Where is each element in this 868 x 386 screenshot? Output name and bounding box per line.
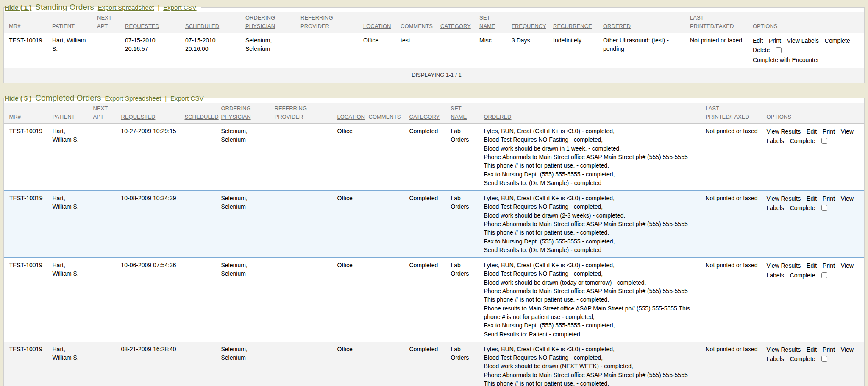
edit-link[interactable]: Edit [807, 262, 817, 269]
print-link[interactable]: Print [823, 128, 835, 135]
cell-comments [367, 124, 408, 191]
cell-last-printed-faxed: Not printed or faxed [688, 33, 751, 68]
cell-requested: 10-27-2009 10:29:15 [120, 124, 183, 191]
complete-link[interactable]: Complete [790, 137, 815, 144]
cell-location: Office [336, 124, 367, 191]
edit-link[interactable]: Edit [753, 37, 763, 44]
cell-recurrence: Indefinitely [551, 33, 601, 68]
completed-orders-title: Completed Orders [35, 93, 101, 103]
view-results-link[interactable]: View Results [767, 128, 801, 135]
col-header-set-name[interactable]: SET NAME [449, 103, 482, 124]
cell-ordering-physician: Selenium, Selenium [220, 258, 273, 342]
print-link[interactable]: Print [823, 195, 835, 202]
col-header-frequency[interactable]: FREQUENCY [510, 12, 551, 33]
completed-header-row: MR# PATIENT NEXT APT REQUESTED SCHEDULED… [4, 103, 864, 124]
cell-category: Completed [408, 124, 449, 191]
col-header-last-printed-faxed: LAST PRINTED/FAXED [688, 12, 751, 33]
cell-category: Completed [408, 191, 449, 258]
col-header-comments: COMMENTS [399, 12, 439, 33]
cell-mr: TEST-10019 [4, 124, 51, 191]
complete-checkbox[interactable] [821, 205, 827, 211]
delete-link[interactable]: Delete [753, 47, 770, 53]
col-header-category[interactable]: CATEGORY [439, 12, 478, 33]
col-header-scheduled[interactable]: SCHEDULED [183, 103, 220, 124]
complete-link[interactable]: Complete [790, 355, 815, 362]
cell-mr: TEST-10019 [4, 33, 50, 68]
cell-set-name: Lab Orders [449, 258, 482, 342]
edit-link[interactable]: Edit [807, 346, 817, 353]
cell-last-printed-faxed: Not printed or faxed [704, 258, 765, 342]
print-link[interactable]: Print [823, 346, 835, 353]
completed-hide-link[interactable]: Hide ( 5 ) [5, 95, 31, 102]
cell-requested: 07-15-2010 20:16:57 [123, 33, 184, 68]
cell-location: Office [336, 191, 367, 258]
col-header-requested[interactable]: REQUESTED [120, 103, 183, 124]
col-header-ordering-physician[interactable]: ORDERING PHYSICIAN [220, 103, 273, 124]
standing-hide-link[interactable]: Hide ( 1 ) [5, 4, 31, 11]
cell-frequency: 3 Days [510, 33, 551, 68]
cell-last-printed-faxed: Not printed or faxed [704, 342, 765, 386]
cell-mr: TEST-10019 [4, 258, 51, 342]
cell-next-apt [95, 33, 123, 68]
col-header-location[interactable]: LOCATION [362, 12, 399, 33]
cell-referring-provider [273, 342, 336, 386]
complete-link[interactable]: Complete [825, 37, 850, 44]
cell-ordering-physician: Selenium, Selenium [220, 191, 273, 258]
cell-ordered: Lytes, BUN, Creat (Call if K+ is <3.0) -… [482, 191, 704, 258]
cell-options: View Results Edit Print View Labels Comp… [765, 342, 864, 386]
table-row: TEST-10019 Hart, William S. 10-27-2009 1… [4, 124, 864, 191]
complete-with-encounter-link[interactable]: Complete with Encounter [753, 56, 819, 63]
cell-location: Office [336, 342, 367, 386]
cell-ordered: Other Ultrasound: (test) - pending [601, 33, 688, 68]
standing-export-csv-link[interactable]: Export CSV [163, 4, 196, 11]
cell-scheduled [183, 191, 220, 258]
view-results-link[interactable]: View Results [767, 346, 801, 353]
view-results-link[interactable]: View Results [767, 195, 801, 202]
edit-link[interactable]: Edit [807, 195, 817, 202]
cell-ordering-physician: Selenium, Selenium [220, 342, 273, 386]
col-header-set-name[interactable]: SET NAME [478, 12, 510, 33]
col-header-category[interactable]: CATEGORY [408, 103, 449, 124]
cell-comments [367, 191, 408, 258]
cell-scheduled [183, 258, 220, 342]
cell-ordering-physician: Selenium, Selenium [220, 124, 273, 191]
view-results-link[interactable]: View Results [767, 262, 801, 269]
cell-patient: Hart, William S. [51, 124, 92, 191]
standing-paging-status: DISPLAYING 1-1 / 1 [4, 68, 864, 83]
col-header-scheduled[interactable]: SCHEDULED [184, 12, 244, 33]
cell-ordered: Lytes, BUN, Creat (Call if K+ is <3.0) -… [482, 342, 704, 386]
print-link[interactable]: Print [769, 37, 781, 44]
col-header-ordered[interactable]: ORDERED [601, 12, 688, 33]
completed-export-spreadsheet-link[interactable]: Export Spreadsheet [105, 95, 161, 102]
col-header-recurrence[interactable]: RECURRENCE [551, 12, 601, 33]
complete-link[interactable]: Complete [790, 272, 815, 279]
col-header-ordering-physician[interactable]: ORDERING PHYSICIAN [244, 12, 299, 33]
col-header-location[interactable]: LOCATION [336, 103, 367, 124]
complete-checkbox[interactable] [821, 138, 827, 144]
standing-export-spreadsheet-link[interactable]: Export Spreadsheet [98, 4, 154, 11]
table-row-highlighted: TEST-10019 Hart, William S. 10-08-2009 1… [4, 191, 864, 258]
cell-next-apt [92, 258, 120, 342]
cell-options: View Results Edit Print View Labels Comp… [765, 124, 864, 191]
cell-comments [367, 342, 408, 386]
view-labels-link[interactable]: View Labels [787, 37, 819, 44]
complete-checkbox[interactable] [821, 356, 827, 362]
complete-link[interactable]: Complete [790, 204, 815, 211]
col-header-requested[interactable]: REQUESTED [123, 12, 184, 33]
cell-scheduled [183, 342, 220, 386]
completed-export-csv-link[interactable]: Export CSV [170, 95, 203, 102]
cell-options: View Results Edit Print View Labels Comp… [765, 258, 864, 342]
completed-orders-section: Hide ( 5 ) Completed Orders Export Sprea… [3, 93, 865, 386]
cell-category [439, 33, 478, 68]
complete-checkbox[interactable] [821, 272, 827, 278]
cell-options: View Results Edit Print View Labels Comp… [765, 191, 864, 258]
col-header-referring-provider: REFERRING PROVIDER [273, 103, 336, 124]
cell-set-name: Lab Orders [449, 124, 482, 191]
legend-divider: | [158, 4, 159, 11]
delete-checkbox[interactable] [776, 47, 782, 53]
cell-next-apt [92, 124, 120, 191]
cell-ordered: Lytes, BUN, Creat (Call if K+ is <3.0) -… [482, 124, 704, 191]
col-header-ordered[interactable]: ORDERED [482, 103, 704, 124]
print-link[interactable]: Print [823, 262, 835, 269]
edit-link[interactable]: Edit [807, 128, 817, 135]
